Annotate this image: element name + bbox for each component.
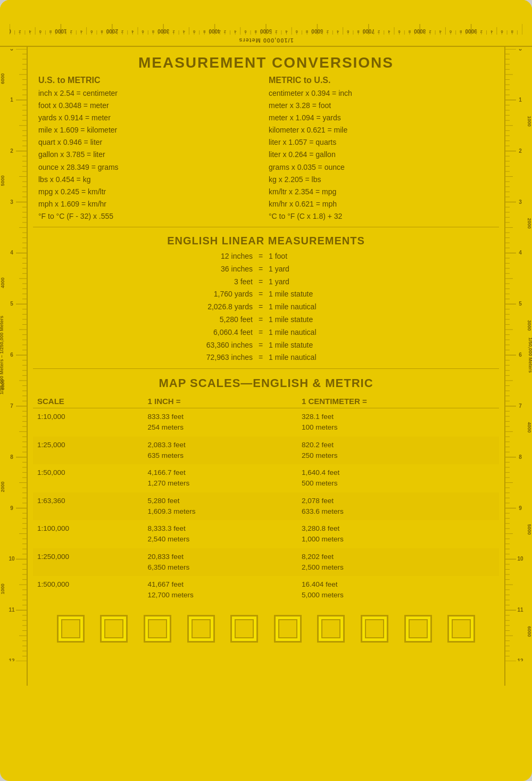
conv-item: °C to °F (C x 1.8) + 32 xyxy=(269,210,494,223)
linear-row: 3 feet = 1 yard xyxy=(33,276,499,289)
svg-text:6: 6 xyxy=(90,29,93,34)
svg-text:0: 0 xyxy=(519,49,522,52)
measurement-card: 0100020003000400050006000700080009000246… xyxy=(0,0,532,781)
svg-text:6: 6 xyxy=(295,29,298,34)
svg-text:2000: 2000 xyxy=(106,28,118,34)
map-scales-table: SCALE1 INCH =1 CENTIMETER = 1:10,000833.… xyxy=(33,394,499,604)
map-table-cell: 5,280 feet1,609.3 meters xyxy=(144,492,297,521)
map-table-cell: 328.1 feet100 meters xyxy=(297,408,499,437)
ruler-right: 0123456789101112100020003000400050006000… xyxy=(504,47,532,686)
svg-text:2: 2 xyxy=(275,29,278,34)
map-table-cell: 833.33 feet254 meters xyxy=(144,408,297,437)
svg-text:7: 7 xyxy=(519,403,522,409)
reg-mark-inner xyxy=(192,619,211,638)
svg-text:1000: 1000 xyxy=(55,28,67,34)
map-table-cell: 4,166.7 feet1,270 meters xyxy=(144,464,297,492)
linear-row: 5,280 feet = 1 mile statute xyxy=(33,314,499,326)
us-metric-items: inch x 2.54 = centimeterfoot x 0.3048 = … xyxy=(38,87,263,223)
conv-item: kg x 2.205 = lbs xyxy=(269,174,494,186)
linear-eq: = xyxy=(253,314,269,326)
map-col-header: SCALE xyxy=(33,394,144,408)
registration-mark xyxy=(230,615,258,643)
ruler-left: 0123456789101112100020003000400050006000… xyxy=(0,47,28,686)
svg-text:5: 5 xyxy=(10,301,13,307)
linear-eq: = xyxy=(253,326,269,339)
svg-text:9000: 9000 xyxy=(465,28,477,34)
svg-text:1: 1 xyxy=(519,97,522,103)
linear-row: 1,760 yards = 1 mile statute xyxy=(33,288,499,301)
svg-text:4: 4 xyxy=(388,29,390,34)
svg-text:3000: 3000 xyxy=(157,28,170,34)
svg-text:2000: 2000 xyxy=(0,481,5,492)
svg-text:4: 4 xyxy=(234,29,236,34)
linear-row: 6,060.4 feet = 1 mile nautical xyxy=(33,326,499,339)
linear-table: 12 inches = 1 foot 36 inches = 1 yard 3 … xyxy=(33,250,499,364)
map-table-cell: 41,667 feet12,700 meters xyxy=(144,576,297,604)
linear-left: 3 feet xyxy=(168,276,253,289)
reg-mark-inner xyxy=(278,619,297,638)
svg-text:8: 8 xyxy=(49,29,52,34)
conv-item: lbs x 0.454 = kg xyxy=(38,174,263,186)
reg-mark-inner xyxy=(235,619,254,638)
svg-text:2: 2 xyxy=(377,29,380,34)
svg-text:10: 10 xyxy=(9,556,15,562)
linear-row: 2,026.8 yards = 1 mile nautical xyxy=(33,301,499,314)
linear-section-title: ENGLISH LINEAR MEASUREMENTS xyxy=(33,235,499,247)
linear-left: 1,760 yards xyxy=(168,288,253,301)
linear-eq: = xyxy=(253,301,269,314)
svg-text:2: 2 xyxy=(519,148,522,154)
svg-text:4: 4 xyxy=(29,29,31,34)
svg-text:6000: 6000 xyxy=(311,28,323,34)
map-col-header: 1 CENTIMETER = xyxy=(297,394,499,408)
svg-text:6: 6 xyxy=(142,29,144,34)
map-table-row: 1:500,00041,667 feet12,700 meters16.404 … xyxy=(33,576,499,604)
linear-left: 63,360 inches xyxy=(168,339,253,352)
svg-text:6: 6 xyxy=(449,29,452,34)
map-table-cell: 1:500,000 xyxy=(33,576,144,604)
conv-item: kilometer x 0.621 = mile xyxy=(269,124,494,136)
linear-row: 36 inches = 1 yard xyxy=(33,263,499,276)
svg-text:8: 8 xyxy=(254,29,257,34)
registration-mark xyxy=(317,615,345,643)
map-table-cell: 1:10,000 xyxy=(33,408,144,437)
conv-item: yards x 0.914 = meter xyxy=(38,112,263,124)
conv-item: centimeter x 0.394 = inch xyxy=(269,87,494,100)
svg-text:3: 3 xyxy=(10,199,13,205)
svg-text:10: 10 xyxy=(517,556,523,562)
conv-item: meter x 3.28 = foot xyxy=(269,100,494,112)
map-table-row: 1:25,0002,083.3 feet635 meters820.2 feet… xyxy=(33,437,499,465)
svg-text:6000: 6000 xyxy=(0,73,5,84)
svg-text:8: 8 xyxy=(305,29,308,34)
linear-eq: = xyxy=(253,351,269,364)
linear-row: 63,360 inches = 1 mile statute xyxy=(33,339,499,352)
linear-right: 1 yard xyxy=(269,276,364,289)
svg-text:5: 5 xyxy=(519,301,522,307)
svg-text:2: 2 xyxy=(19,29,21,34)
svg-text:4: 4 xyxy=(10,250,13,256)
svg-text:2: 2 xyxy=(121,29,123,34)
reg-mark-inner xyxy=(321,619,340,638)
conv-item: °F to °C (F - 32) x .555 xyxy=(38,210,263,223)
svg-text:6: 6 xyxy=(519,352,522,358)
svg-text:12: 12 xyxy=(517,658,523,661)
registration-mark xyxy=(361,615,388,643)
linear-right: 1 yard xyxy=(269,263,364,276)
metric-us-items: centimeter x 0.394 = inchmeter x 3.28 = … xyxy=(269,87,494,223)
conv-item: km/ltr x 2.354 = mpg xyxy=(269,186,494,198)
conv-item: quart x 0.946 = liter xyxy=(38,136,263,149)
linear-right: 1 mile nautical xyxy=(269,301,364,314)
conv-item: liter x 0.264 = gallon xyxy=(269,149,494,161)
svg-text:4: 4 xyxy=(336,29,339,34)
center-content: MEASUREMENT CONVERSIONS U.S. to METRIC i… xyxy=(28,47,504,686)
registration-mark xyxy=(144,615,171,643)
svg-text:1000: 1000 xyxy=(0,583,5,594)
svg-text:6: 6 xyxy=(244,29,247,34)
linear-left: 36 inches xyxy=(168,263,253,276)
map-table-row: 1:50,0004,166.7 feet1,270 meters1,640.4 … xyxy=(33,464,499,492)
registration-mark xyxy=(100,615,128,643)
linear-right: 1 mile statute xyxy=(269,314,364,326)
linear-row: 72,963 inches = 1 mile nautical xyxy=(33,351,499,364)
metric-us-title: METRIC to U.S. xyxy=(269,76,494,85)
conv-item: km/hr x 0.621 = mph xyxy=(269,198,494,210)
conv-item: ounce x 28.349 = grams xyxy=(38,161,263,174)
